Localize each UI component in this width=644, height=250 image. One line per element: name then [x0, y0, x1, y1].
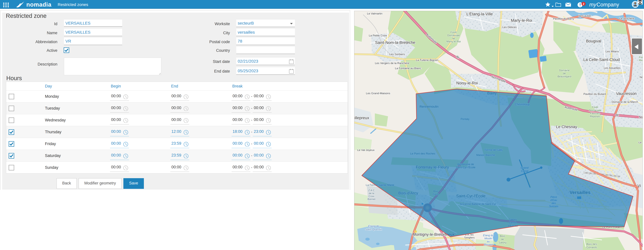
- svg-text:Fausses: Fausses: [590, 112, 600, 115]
- svg-text:Gonards: Gonards: [586, 246, 597, 249]
- svg-text:Saint-Quentin: Saint-Quentin: [365, 228, 382, 231]
- svg-text:de la: de la: [369, 192, 374, 195]
- svg-text:de: de: [501, 238, 504, 241]
- svg-text:La Celle-Saint-Cloud: La Celle-Saint-Cloud: [583, 57, 620, 62]
- svg-text:Le: Le: [638, 141, 642, 144]
- svg-text:Domaniale: Domaniale: [447, 34, 460, 37]
- svg-text:Saint-Nom-la-Bretèche: Saint-Nom-la-Bretèche: [375, 40, 416, 45]
- svg-text:La Petite Croix: La Petite Croix: [369, 34, 387, 37]
- svg-text:Bougival: Bougival: [586, 39, 601, 43]
- svg-text:Étang de: Étang de: [368, 225, 379, 228]
- svg-text:Les Délices: Les Délices: [502, 26, 517, 29]
- svg-text:Croix: Croix: [368, 195, 374, 198]
- svg-text:Forêt: Forêt: [639, 56, 643, 59]
- svg-text:Le Val Joyeux: Le Val Joyeux: [357, 149, 374, 152]
- svg-text:Noisy-le-Roi: Noisy-le-Roi: [456, 81, 478, 85]
- svg-text:Bois des: Bois des: [586, 243, 597, 246]
- svg-text:Bois: Bois: [500, 235, 505, 238]
- svg-text:Le Valmartin: Le Valmartin: [367, 12, 382, 15]
- svg-text:de: de: [563, 72, 566, 75]
- svg-text:de: de: [452, 37, 455, 40]
- svg-text:Les Vergers de la Ranchère: Les Vergers de la Ranchère: [375, 62, 410, 65]
- svg-text:2: 2: [583, 2, 584, 5]
- svg-text:Marly-le-Roi: Marly-le-Roi: [446, 40, 460, 43]
- svg-text:Les Alouettes: Les Alouettes: [604, 66, 620, 69]
- svg-text:Beauregard: Beauregard: [558, 75, 571, 78]
- svg-text:La Fontaine au Blanc: La Fontaine au Blanc: [395, 67, 421, 70]
- svg-text:au: au: [487, 240, 490, 243]
- svg-text:Malm: Malm: [639, 59, 643, 62]
- svg-text:Les Milans: Les Milans: [606, 50, 619, 53]
- svg-text:Île Gautier: Île Gautier: [578, 14, 591, 17]
- svg-text:Forêt: Forêt: [450, 31, 457, 34]
- svg-text:Les Grand-Maisons: Les Grand-Maisons: [366, 92, 390, 95]
- svg-text:Z.A.C: Z.A.C: [368, 189, 374, 192]
- svg-text:Marly-le-Roi: Marly-le-Roi: [511, 18, 532, 23]
- svg-text:Pavillon du Barry: Pavillon du Barry: [553, 17, 574, 20]
- svg-text:Not: Not: [640, 76, 643, 79]
- svg-text:Reposes: Reposes: [590, 115, 600, 118]
- svg-text:Renard: Renard: [484, 243, 493, 246]
- svg-text:illepreux: illepreux: [354, 116, 369, 120]
- svg-text:Domaine de la March: Domaine de la March: [612, 100, 638, 103]
- svg-text:Les Sorbiers: Les Sorbiers: [389, 53, 405, 56]
- svg-text:Forêt: Forêt: [592, 106, 598, 109]
- svg-text:La Jonchère: La Jonchère: [619, 17, 634, 20]
- svg-text:Bonnet: Bonnet: [368, 198, 376, 201]
- svg-text:Pavillon du Butard: Pavillon du Butard: [584, 92, 606, 95]
- svg-text:L'Étang-la-Ville: L'Étang-la-Ville: [466, 12, 493, 16]
- svg-text:Le Chesnay: Le Chesnay: [556, 125, 577, 129]
- svg-text:Vaucresson: Vaucresson: [616, 91, 637, 96]
- svg-text:Vi: Vi: [638, 184, 641, 188]
- svg-text:Satory: Satory: [498, 241, 506, 244]
- svg-text:de: de: [615, 113, 619, 117]
- svg-text:Étang du: Étang du: [483, 234, 494, 237]
- svg-text:Moulin: Moulin: [484, 237, 492, 240]
- svg-text:La Tuilerie-Bignon: La Tuilerie-Bignon: [416, 58, 438, 62]
- svg-text:Domaine: Domaine: [559, 69, 570, 72]
- svg-text:Sangliers: Sangliers: [464, 236, 475, 239]
- svg-text:Domaniale: Domaniale: [589, 109, 602, 112]
